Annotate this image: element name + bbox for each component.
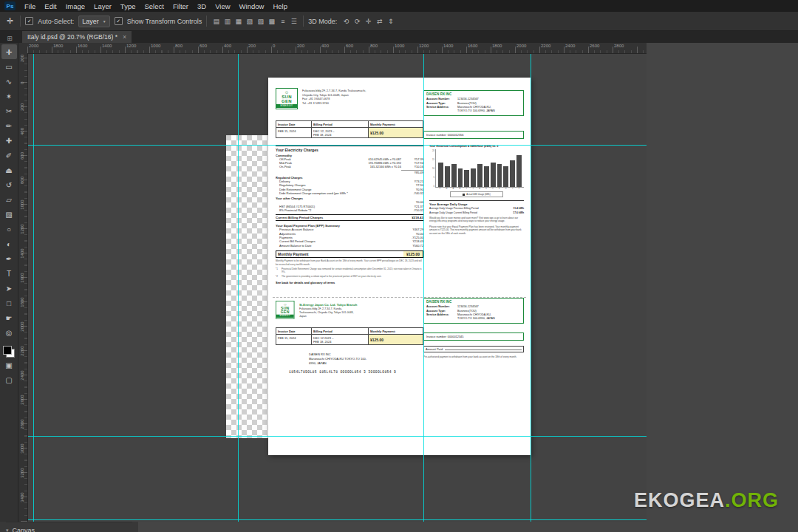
3d-drag-icon[interactable]: ✛ [364, 16, 373, 27]
x-tick-label: M [457, 188, 463, 190]
align-right-icon[interactable]: ▦ [233, 16, 243, 27]
menu-item[interactable]: Layer [89, 2, 116, 10]
x-tick-label: M [444, 188, 449, 190]
chart-bar [438, 163, 443, 187]
account-info-box: DAISEN RX INC Account Number:123456-1234… [423, 90, 524, 116]
y-tick-label: 0 [429, 185, 434, 188]
separator [206, 16, 207, 27]
3d-roll-icon[interactable]: ⟳ [352, 16, 362, 27]
3d-mode-icons-group: ⟲⟳✛⇄⇕ [341, 16, 395, 27]
savings-tip: Would you like to save money and save mo… [429, 216, 524, 223]
menu-item[interactable]: Help [268, 2, 292, 10]
x-tick-label: J [464, 188, 469, 190]
menu-item[interactable]: View [211, 2, 234, 10]
guide-vertical[interactable] [423, 53, 424, 522]
zoom-tool[interactable]: ◎ [1, 325, 17, 340]
auto-select-checkbox[interactable]: ✓ [25, 17, 33, 25]
lasso-tool[interactable]: ∿ [1, 74, 17, 89]
ruler-label: 800 [370, 44, 378, 48]
show-transform-checkbox[interactable]: ✓ [115, 17, 123, 25]
screen-mode-button[interactable]: ▢ [1, 372, 17, 387]
blur-tool[interactable]: ○ [1, 222, 17, 236]
healing-brush-tool[interactable]: ✚ [1, 133, 17, 148]
guide-horizontal[interactable] [27, 145, 647, 146]
guide-horizontal[interactable] [27, 436, 647, 437]
history-brush-tool[interactable]: ↺ [1, 177, 17, 192]
usage-rows: Average Daily Usage Previous Billing Per… [429, 207, 524, 214]
workspace-icon[interactable]: ⊞ [4, 34, 15, 43]
quick-selection-tool[interactable]: ✶ [1, 89, 17, 103]
clone-stamp-tool[interactable]: ⏏ [1, 163, 17, 177]
photoshop-logo[interactable]: Ps [4, 1, 16, 10]
align-left-icon[interactable]: ▤ [211, 16, 221, 27]
ruler-label: 200 [20, 53, 24, 66]
align-top-icon[interactable]: ▧ [245, 16, 254, 27]
brush-tool[interactable]: ✐ [1, 148, 17, 163]
canvas-area[interactable]: ☼ SUN GEN ENERGY Fukasawa bldg 2F, 2-7-3… [27, 53, 647, 522]
type-tool[interactable]: T [1, 266, 17, 281]
align-center-horizontal-icon[interactable]: ▥ [222, 16, 232, 27]
dodge-tool[interactable]: ◐ [1, 236, 17, 251]
charge-line: On-Peak 165.32166 kWh x ¥0.16 ¥10.16 [276, 165, 423, 168]
chart-plot [435, 149, 524, 188]
tool-list: ✛▭∿✶✂✏✚✐⏏↺▱▨○◐✒T➤□☛◎ [1, 44, 17, 340]
x-tick-label: N [497, 188, 502, 190]
hand-tool[interactable]: ☛ [1, 310, 17, 325]
distribute-horizontal-icon[interactable]: ≡ [278, 16, 287, 27]
foreground-color-swatch[interactable] [3, 346, 12, 355]
guide-vertical[interactable] [531, 53, 531, 522]
eraser-tool[interactable]: ▱ [1, 192, 17, 207]
account-row: TOKYO-TO 100-6990, JAPAN [426, 317, 521, 321]
close-tab-icon[interactable]: × [123, 33, 126, 41]
distribute-vertical-icon[interactable]: ☰ [289, 16, 299, 27]
guide-horizontal[interactable] [27, 519, 647, 520]
align-bottom-icon[interactable]: ▩ [267, 16, 276, 27]
eyedropper-tool[interactable]: ✏ [1, 118, 17, 133]
ruler-label: 1400 [102, 44, 112, 48]
ruler-label: 600 [20, 149, 24, 163]
canvas-section-header[interactable]: ▾ Canvas [6, 522, 132, 532]
epp-lines: Previous Account Balance¥467.29Adjustmen… [276, 228, 423, 248]
pen-tool[interactable]: ✒ [1, 251, 17, 266]
document-tab[interactable]: Italy id.psd @ 20.7% (RGB/16) * × [22, 31, 132, 43]
auto-select-target-dropdown[interactable]: Layer ▼ [78, 16, 109, 27]
path-selection-tool[interactable]: ➤ [1, 281, 17, 296]
guide-vertical[interactable] [238, 53, 239, 522]
gradient-tool[interactable]: ▨ [1, 207, 17, 222]
chart-y-axis: 20151050 [429, 149, 435, 188]
quick-mask-button[interactable]: ▣ [1, 358, 17, 372]
3d-rotate-icon[interactable]: ⟲ [341, 16, 351, 27]
menu-item[interactable]: Select [140, 2, 168, 10]
3d-scale-icon[interactable]: ⇕ [386, 16, 395, 27]
marquee-tool[interactable]: ▭ [1, 59, 17, 74]
address-line: Japan [299, 315, 395, 318]
shape-tool[interactable]: □ [1, 296, 17, 310]
footnote: *2The government is providing a rebate e… [276, 275, 423, 278]
logo-text-2: GEN [276, 99, 297, 103]
vertical-ruler[interactable]: 2000200400600800100012001400160018002000… [18, 53, 28, 522]
menu-item[interactable]: Type [116, 2, 140, 10]
menu-item[interactable]: File [20, 2, 40, 10]
ruler-label: 0 [20, 75, 24, 90]
menu-item[interactable]: Edit [40, 2, 61, 10]
document-canvas[interactable]: ☼ SUN GEN ENERGY Fukasawa bldg 2F, 2-7-3… [268, 78, 531, 455]
horizontal-ruler[interactable]: 2000180016001400120010008006004002000200… [27, 43, 647, 54]
menu-bar: Ps FileEditImageLayerTypeSelectFilter3DV… [0, 0, 798, 12]
charges-section: Your Electricity Charges Commodity Off-P… [276, 146, 423, 284]
menu-item[interactable]: Image [61, 2, 89, 10]
menu-item[interactable]: Filter [168, 2, 193, 10]
3d-slide-icon[interactable]: ⇄ [375, 16, 384, 27]
move-tool[interactable]: ✛ [1, 44, 17, 59]
guide-vertical[interactable] [33, 53, 34, 522]
ruler-label: 1400 [443, 44, 453, 48]
invoice-summary-table: Invoice Date Billing Period Monthly Paym… [276, 120, 423, 138]
account-company: DAISEN RX INC [426, 92, 521, 97]
legend-label: Actual kWh Usage (kWh) [466, 193, 490, 196]
ruler-label: 2200 [20, 344, 24, 358]
menu-item[interactable]: Window [235, 2, 269, 10]
crop-tool[interactable]: ✂ [1, 103, 17, 118]
align-middle-vertical-icon[interactable]: ▨ [256, 16, 265, 27]
foreground-background-swatches[interactable] [3, 346, 15, 358]
menu-item[interactable]: 3D [193, 2, 211, 10]
billing-total-row: Current Billing Period Charges¥218.43 [276, 214, 423, 221]
